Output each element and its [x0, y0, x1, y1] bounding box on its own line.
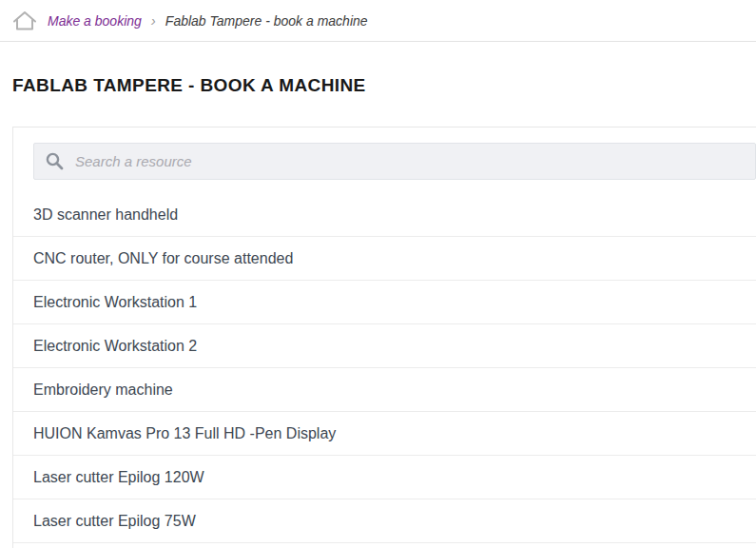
breadcrumb-current-page: Fablab Tampere - book a machine: [165, 13, 368, 29]
breadcrumb: Make a booking › Fablab Tampere - book a…: [0, 0, 756, 42]
breadcrumb-separator: ›: [151, 12, 156, 29]
breadcrumb-link-make-a-booking[interactable]: Make a booking: [48, 13, 142, 29]
resource-list-item[interactable]: Electronic Workstation 1: [13, 281, 756, 324]
page-title: FABLAB TAMPERE - BOOK A MACHINE: [0, 42, 756, 96]
resource-list-item[interactable]: Laser cutter Epilog 120W: [13, 456, 756, 499]
resource-list-item[interactable]: HUION Kamvas Pro 13 Full HD -Pen Display: [13, 412, 756, 456]
resource-list-item[interactable]: CNC router, ONLY for course attended: [13, 237, 756, 281]
resource-list-item[interactable]: Laser cutter Epilog 75W: [13, 499, 756, 543]
search-input[interactable]: [73, 143, 755, 180]
search-icon: [46, 152, 64, 170]
home-icon[interactable]: [12, 10, 37, 32]
search-box: [33, 143, 756, 180]
resource-list: 3D scanner handheldCNC router, ONLY for …: [13, 193, 756, 543]
resource-booking-card: 3D scanner handheldCNC router, ONLY for …: [12, 127, 756, 548]
resource-list-item[interactable]: 3D scanner handheld: [13, 193, 756, 237]
resource-list-item[interactable]: Embroidery machine: [13, 368, 756, 412]
resource-list-item[interactable]: Electronic Workstation 2: [13, 324, 756, 368]
